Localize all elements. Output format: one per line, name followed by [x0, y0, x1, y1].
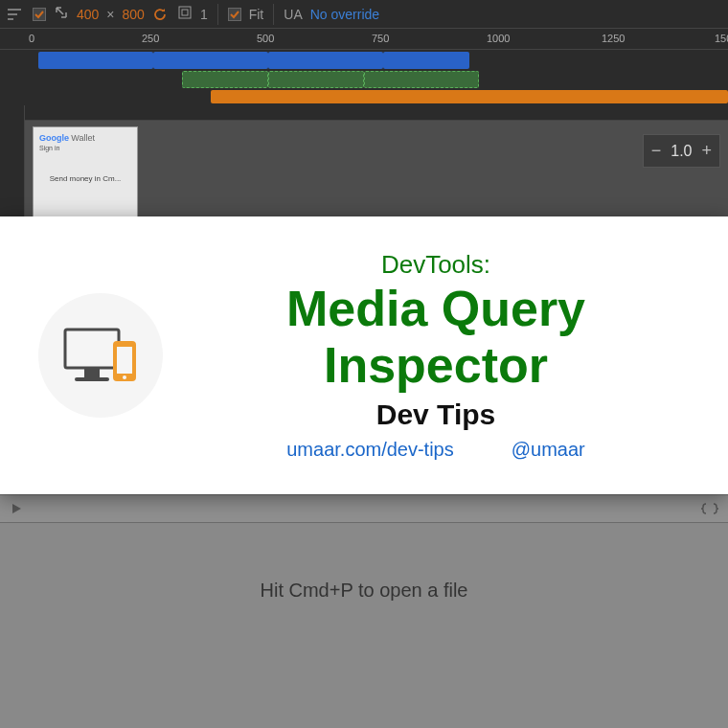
site-link[interactable]: umaar.com/dev-tips	[286, 439, 454, 461]
fit-checkbox[interactable]	[228, 8, 241, 21]
zoom-value[interactable]: 1	[200, 7, 208, 22]
preview-text: Send money in Cm...	[39, 174, 131, 184]
preview-logo: Google Wallet	[39, 133, 131, 143]
panel-toolbar	[0, 494, 728, 523]
zoom-control: − 1.0 +	[643, 134, 720, 168]
zoom-out-button[interactable]: −	[651, 141, 662, 161]
zoom-level: 1.0	[671, 143, 692, 160]
fit-group: Fit	[228, 7, 264, 22]
media-query-bar-max[interactable]	[38, 52, 153, 69]
twitter-link[interactable]: @umaar	[512, 439, 585, 461]
media-query-inspector	[0, 50, 728, 105]
device-toolbar: 400 × 800 1 Fit UA No override	[0, 0, 728, 29]
fit-label: Fit	[249, 7, 264, 22]
card-links: umaar.com/dev-tips @umaar	[182, 439, 690, 461]
ruler-tick: 1250	[602, 33, 625, 44]
separator	[273, 4, 274, 25]
ruler-tick: 1500	[715, 33, 728, 44]
separator	[217, 4, 218, 25]
card-subtitle: DevTools:	[182, 250, 690, 280]
svg-rect-3	[179, 7, 191, 18]
ua-value: No override	[310, 7, 379, 22]
responsive-icon	[38, 293, 163, 418]
empty-state: Hit Cmd+P to open a file	[0, 523, 728, 657]
dimensions-checkbox[interactable]	[33, 8, 46, 21]
media-query-bar-range[interactable]	[268, 71, 364, 88]
sources-panel: Hit Cmd+P to open a file	[0, 494, 728, 728]
preview-signin: Sign in	[39, 145, 131, 151]
viewport-horizontal-ruler	[25, 105, 728, 121]
dimension-group: 400 × 800	[33, 5, 168, 24]
title-card: DevTools: Media Query Inspector Dev Tips…	[0, 216, 728, 494]
card-title-line2: Inspector	[182, 338, 690, 393]
media-query-bar-max[interactable]	[268, 52, 383, 69]
device-viewport: Google Wallet Sign in Send money in Cm..…	[0, 105, 728, 230]
ua-label: UA	[284, 7, 302, 22]
ruler-tick: 250	[142, 33, 159, 44]
svg-rect-6	[84, 368, 100, 377]
media-query-bar-range[interactable]	[182, 71, 268, 88]
zoom-in-button[interactable]: +	[701, 141, 712, 161]
svg-rect-9	[117, 347, 132, 374]
hint-text: Hit Cmd+P to open a file	[261, 580, 468, 602]
svg-rect-7	[75, 377, 109, 381]
ruler-tick: 0	[29, 33, 34, 44]
ruler-tick: 750	[372, 33, 389, 44]
menu-icon[interactable]	[8, 8, 23, 21]
horizontal-ruler: 0 250 500 750 1000 1250 1500	[0, 29, 728, 50]
reload-icon[interactable]	[152, 7, 168, 22]
zoom-group: 1	[177, 5, 208, 24]
format-icon[interactable]	[701, 502, 718, 515]
width-value[interactable]: 400	[77, 7, 99, 22]
ruler-tick: 500	[257, 33, 274, 44]
fit-screen-icon[interactable]	[177, 5, 193, 24]
vertical-ruler	[0, 105, 25, 230]
media-query-bar-max[interactable]	[153, 52, 268, 69]
card-title-line1: Media Query	[182, 282, 690, 336]
svg-rect-5	[65, 330, 119, 368]
page-preview[interactable]: Google Wallet Sign in Send money in Cm..…	[33, 126, 138, 222]
svg-point-10	[123, 375, 126, 379]
height-value[interactable]: 800	[123, 7, 145, 22]
ua-group[interactable]: UA No override	[284, 7, 379, 22]
dimension-x: ×	[106, 7, 114, 22]
svg-rect-4	[182, 10, 188, 15]
card-text: DevTools: Media Query Inspector Dev Tips…	[182, 250, 690, 461]
card-devtips: Dev Tips	[182, 398, 690, 431]
media-query-bar-min[interactable]	[211, 90, 728, 103]
media-query-bar-range[interactable]	[364, 71, 479, 88]
media-query-bar-max[interactable]	[383, 52, 469, 69]
resize-icon	[54, 5, 69, 24]
ruler-tick: 1000	[487, 33, 510, 44]
play-icon[interactable]	[10, 502, 23, 515]
